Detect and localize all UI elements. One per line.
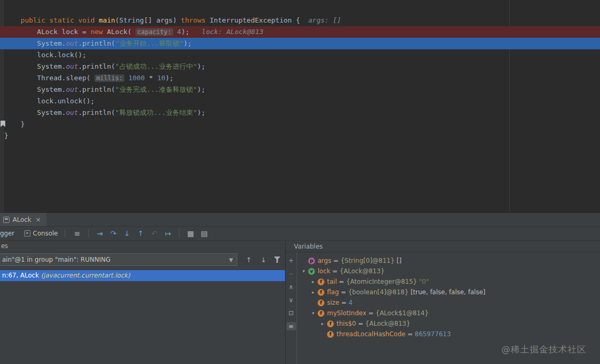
chevron-down-icon[interactable]: ∨ [287, 296, 296, 304]
variable-text: = [330, 267, 340, 275]
stack-frame-row[interactable]: n:67, ALock (javacurrent.currentart.lock… [0, 270, 285, 281]
infinity-icon[interactable]: ∞ [287, 322, 296, 330]
step-over-icon[interactable]: ↷ [109, 229, 118, 238]
variable-row[interactable]: ▸ftail = {AtomicInteger@815} "0" [297, 276, 600, 287]
variable-row[interactable]: ▸fthis$0 = {ALock@813} [297, 318, 600, 329]
code-token: ); [181, 28, 190, 36]
step-out-icon[interactable]: ↑ [136, 229, 145, 238]
next-frame-icon[interactable]: ↓ [259, 256, 268, 264]
code-editor: public static void main(String[] args) t… [0, 0, 600, 212]
variable-row[interactable]: fsize = 4 [297, 297, 600, 308]
code-token: System. [4, 85, 66, 93]
debug-toolbar: gger > Console ≡⇥↷↓↑↶↦▦▤ [0, 227, 600, 241]
variable-text: = [339, 299, 349, 306]
execution-line[interactable]: System.out.println("业务开始...获取锁"); [0, 38, 600, 49]
tab-debugger[interactable]: gger [0, 227, 19, 240]
code-token: } [4, 132, 8, 140]
tree-expander-icon[interactable]: ▾ [299, 269, 308, 274]
frame-list: n:67, ALock (javacurrent.currentart.lock… [0, 270, 285, 281]
tree-expander-icon[interactable]: ▸ [309, 290, 318, 295]
variable-text: this$0 [336, 320, 356, 327]
tool-window-tab-label: ALock [13, 216, 31, 223]
code-token: .println( [78, 109, 115, 116]
thread-selector-dropdown[interactable]: ain"@1 in group "main": RUNNING ▼ [0, 253, 237, 266]
code-line[interactable]: System.out.println("释放锁成功...业务结束"); [0, 107, 600, 119]
code-token: "业务开始...获取锁" [115, 39, 183, 47]
code-token: ); [197, 109, 205, 116]
tree-expander-icon[interactable]: ▸ [309, 279, 318, 284]
remove-icon[interactable]: − [287, 270, 296, 278]
breakpoint-line[interactable]: ALock lock = new ALock( capacity: 4); lo… [0, 26, 600, 38]
code-line[interactable]: public static void main(String[] args) t… [0, 15, 600, 26]
filter-frames-icon[interactable] [274, 256, 280, 263]
code-token [74, 16, 78, 24]
show-execution-point-icon[interactable]: ⇥ [95, 229, 104, 238]
variable-text: 4 [349, 299, 353, 306]
code-token: void [78, 16, 94, 24]
menu-icon[interactable]: ≡ [72, 229, 82, 238]
tab-console-label: Console [33, 230, 58, 237]
code-token: throws [181, 16, 206, 24]
tree-expander-icon[interactable]: ▾ [309, 311, 318, 316]
variable-row[interactable]: fthreadLocalHashCode = 865977613 [297, 329, 600, 339]
code-token [4, 16, 20, 24]
tree-expander-icon[interactable]: ▸ [318, 321, 327, 326]
variable-text: = [356, 320, 365, 327]
code-line[interactable]: } [0, 119, 600, 130]
code-line[interactable]: System.out.println("占锁成功...业务进行中"); [0, 61, 600, 72]
variables-panel-header: Variables [286, 241, 600, 252]
variable-text: = [337, 278, 346, 285]
frame-package: (javacurrent.currentart.lock) [41, 272, 130, 279]
code-token: .println( [78, 62, 115, 70]
field-icon: f [327, 320, 334, 327]
variable-row[interactable]: ▾vlock = {ALock@813} [297, 266, 600, 276]
code-token: 4 [177, 28, 181, 36]
code-token [190, 28, 202, 36]
copy-icon[interactable]: ⊡ [287, 309, 296, 317]
variable-row[interactable]: ▸fflag = {boolean[4]@818} [true, false, … [297, 287, 600, 297]
variable-text: args [318, 257, 331, 264]
code-line[interactable] [0, 3, 600, 15]
code-token: lock.lock(); [4, 51, 87, 59]
thread-selector-row: ain"@1 in group "main": RUNNING ▼ ↑↓ [0, 253, 285, 266]
run-to-cursor-icon[interactable]: ↦ [163, 229, 173, 238]
code-line[interactable]: System.out.println("业务完成...准备释放锁"); [0, 84, 600, 95]
code-line[interactable]: } [0, 130, 600, 142]
variable-row[interactable]: ▾fmySlotIndex = {ALock$1@814} [297, 308, 600, 318]
tool-window-tab-alock[interactable]: ALock × [0, 213, 47, 226]
code-token: static [49, 16, 74, 24]
code-token: ); [197, 85, 205, 93]
variable-text: = [366, 309, 376, 317]
code-token: main [99, 16, 115, 24]
layout-settings-icon[interactable]: ▤ [199, 229, 209, 238]
code-token: out [66, 39, 78, 47]
code-token: System. [4, 109, 66, 116]
code-line[interactable]: lock.unlock(); [0, 95, 600, 107]
code-token: System. [4, 39, 66, 47]
view-as-table-icon[interactable]: ▦ [186, 229, 195, 238]
code-line[interactable]: lock.lock(); [0, 49, 600, 61]
tab-console[interactable]: > Console [19, 227, 63, 240]
separator [88, 229, 89, 238]
debug-tab-icon [3, 217, 9, 223]
variable-text: tail [327, 278, 337, 285]
variable-text: {ALock@813} [340, 267, 385, 275]
variable-text: {ALock$1@814} [376, 309, 429, 317]
step-into-icon[interactable]: ↓ [122, 229, 132, 238]
previous-frame-icon[interactable]: ↑ [245, 256, 253, 264]
code-line[interactable]: Thread.sleep( millis: 1000 * 10); [0, 72, 600, 84]
frames-panel: es ain"@1 in group "main": RUNNING ▼ ↑↓ … [0, 241, 286, 364]
close-icon[interactable]: × [35, 216, 43, 223]
add-icon[interactable]: + [287, 256, 296, 265]
variable-text: [true, false, false, false] [410, 288, 486, 296]
variable-text: {AtomicInteger@815} [346, 278, 419, 285]
variable-row[interactable]: pargs = {String[0]@811} [] [297, 255, 600, 266]
code-token [300, 16, 309, 24]
variable-text: flag [327, 288, 339, 296]
code-token: public [20, 16, 45, 24]
local-variable-icon: v [308, 268, 315, 275]
chevron-up-icon[interactable]: ∧ [287, 283, 296, 291]
code-token: capacity: [135, 28, 173, 36]
drop-frame-icon[interactable]: ↶ [150, 229, 159, 238]
code-token: ); [197, 62, 205, 70]
